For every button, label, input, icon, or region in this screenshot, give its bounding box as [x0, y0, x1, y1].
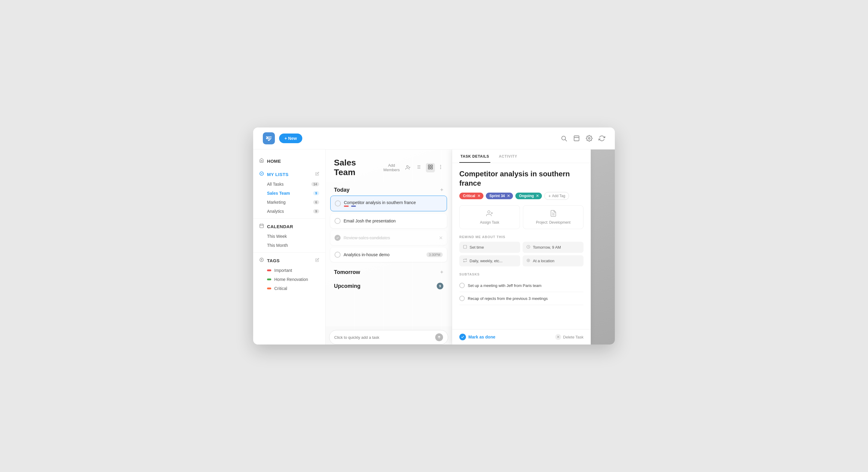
assign-task-icon	[486, 210, 493, 219]
subtask-1-check[interactable]	[459, 283, 465, 288]
sidebar-tags-header: TAGS	[253, 255, 325, 266]
sidebar-calendar-section: CALENDAR This Week This Month	[253, 221, 325, 250]
sprint-remove[interactable]: ✕	[507, 194, 510, 198]
tomorrow-label: Tomorrow	[334, 269, 360, 276]
repeat-icon	[463, 258, 467, 263]
location-icon	[526, 258, 530, 263]
search-button[interactable]	[561, 135, 567, 141]
quick-add-submit[interactable]	[435, 333, 443, 341]
sidebar-tag-critical[interactable]: Critical	[253, 284, 325, 293]
add-members-button[interactable]: Add Members	[379, 163, 411, 172]
task-card-review-sales[interactable]: Review sales candidates ✕	[330, 230, 447, 245]
settings-button[interactable]	[586, 135, 592, 141]
new-button[interactable]: + New	[279, 133, 302, 143]
topbar-right	[561, 135, 605, 141]
delete-task-button[interactable]: ✕ Delete Task	[555, 334, 584, 340]
svg-point-30	[440, 168, 441, 169]
subtask-2[interactable]: Recap of rejects from the previous 3 mee…	[459, 292, 584, 305]
sidebar-item-this-week[interactable]: This Week	[253, 232, 325, 241]
critical-tag-label: Critical	[274, 286, 287, 291]
task-card-email-josh[interactable]: Email Josh the presentation	[330, 214, 447, 228]
critical-remove[interactable]: ✕	[477, 194, 480, 198]
lists-edit-button[interactable]	[315, 172, 319, 177]
tags-label: TAGS	[267, 258, 280, 263]
sidebar-lists-header: MY LISTS	[253, 169, 325, 180]
quick-add-field[interactable]	[334, 335, 432, 340]
sidebar-item-this-month[interactable]: This Month	[253, 241, 325, 250]
task-panel-content: Sales Team Add Members	[326, 150, 452, 345]
task-1-text: Competitor analysis in southern france	[344, 200, 416, 205]
svg-rect-4	[574, 136, 579, 141]
assign-task-card[interactable]: Assign Task	[459, 205, 520, 229]
grid-view-button[interactable]	[426, 163, 435, 172]
add-tag-button[interactable]: + Add Tag	[544, 192, 569, 200]
task-3-delete-button[interactable]: ✕	[439, 235, 443, 241]
sync-button[interactable]	[598, 135, 605, 141]
remind-grid: Set time Tomorrow, 9 AM	[459, 242, 584, 266]
analytics-label: Analytics	[267, 209, 284, 214]
sidebar-tag-important[interactable]: Important	[253, 266, 325, 275]
sidebar-item-analytics[interactable]: Analytics 9	[253, 207, 325, 216]
sidebar-tag-home-renovation[interactable]: Home Renovation	[253, 275, 325, 284]
project-icon	[550, 210, 557, 219]
task-check-2[interactable]	[335, 218, 341, 224]
subtask-2-check[interactable]	[459, 296, 465, 301]
subtask-section: SUBTASKS Set up a meeting with Jeff from…	[459, 273, 584, 305]
upcoming-label: Upcoming	[334, 283, 361, 289]
detail-footer: Mark as done ✕ Delete Task	[452, 329, 591, 345]
svg-point-40	[528, 260, 529, 261]
add-tag-label: Add Tag	[552, 194, 565, 198]
tag-critical[interactable]: Critical ✕	[459, 193, 484, 199]
tag-row: Critical ✕ Sprint 34 ✕ Ongoing ✕ +	[459, 192, 584, 200]
logo-button[interactable]	[263, 132, 275, 145]
remind-recurring[interactable]: Daily, weekly, etc...	[459, 255, 520, 266]
task-check-1[interactable]	[335, 200, 341, 207]
today-add-button[interactable]: +	[440, 187, 443, 193]
mark-done-button[interactable]: Mark as done	[459, 334, 495, 340]
remind-set-time[interactable]: Set time	[459, 242, 520, 253]
mark-done-circle	[459, 334, 466, 340]
sidebar-item-marketing[interactable]: Marketing 6	[253, 198, 325, 207]
tag-ongoing[interactable]: Ongoing ✕	[516, 193, 542, 199]
ongoing-remove[interactable]: ✕	[536, 194, 539, 198]
upcoming-badge: 9	[437, 283, 443, 289]
sidebar-lists-section: MY LISTS All Tasks 14 Sales Team 9	[253, 169, 325, 216]
tag-sprint[interactable]: Sprint 34 ✕	[486, 193, 513, 199]
tab-activity[interactable]: ACTIVITY	[498, 150, 518, 163]
window-button[interactable]	[573, 135, 580, 141]
remind-location[interactable]: At a location	[523, 255, 584, 266]
task-check-3[interactable]	[335, 235, 341, 241]
task-1-meta	[344, 206, 416, 207]
tomorrow-add-button[interactable]: +	[440, 269, 443, 276]
delete-task-label: Delete Task	[563, 335, 584, 339]
topbar: + New	[253, 127, 615, 150]
task-check-4[interactable]	[335, 252, 341, 258]
mark-done-label: Mark as done	[468, 335, 495, 339]
sidebar-item-all-tasks[interactable]: All Tasks 14	[253, 180, 325, 189]
svg-rect-26	[431, 167, 433, 169]
list-view-button[interactable]	[414, 163, 423, 172]
subtask-1[interactable]: Set up a meeting with Jeff from Paris te…	[459, 279, 584, 292]
tab-task-details[interactable]: TASK DETAILS	[459, 150, 490, 163]
task-list-body: Today + Competitor analysis in southern …	[326, 182, 452, 326]
tags-edit-button[interactable]	[315, 258, 319, 263]
remind-tomorrow[interactable]: Tomorrow, 9 AM	[523, 242, 584, 253]
topbar-left: + New	[263, 132, 302, 145]
home-renovation-tag-label: Home Renovation	[274, 277, 308, 282]
sidebar-item-sales-team[interactable]: Sales Team 9	[253, 189, 325, 198]
svg-rect-37	[464, 245, 467, 249]
ongoing-label: Ongoing	[519, 194, 534, 198]
project-card[interactable]: Project: Development	[523, 205, 584, 229]
task-card-analytics-demo[interactable]: Analytics in-house demo 3:30PM	[330, 247, 447, 262]
today-label: Today	[334, 187, 350, 193]
header-actions: Add Members	[379, 163, 443, 172]
task-card-competitor-analysis[interactable]: Competitor analysis in southern france	[330, 196, 447, 211]
sidebar-home-header[interactable]: HOME	[253, 156, 325, 166]
subtask-2-text: Recap of rejects from the previous 3 mee…	[468, 296, 548, 301]
critical-tag-dot	[267, 287, 271, 289]
remind-section-label: REMIND ME ABOUT THIS	[459, 235, 584, 239]
more-options-button[interactable]	[438, 164, 443, 171]
task-1-tag-red	[344, 206, 349, 207]
set-time-label: Set time	[470, 245, 484, 250]
quick-add-input	[329, 330, 448, 345]
